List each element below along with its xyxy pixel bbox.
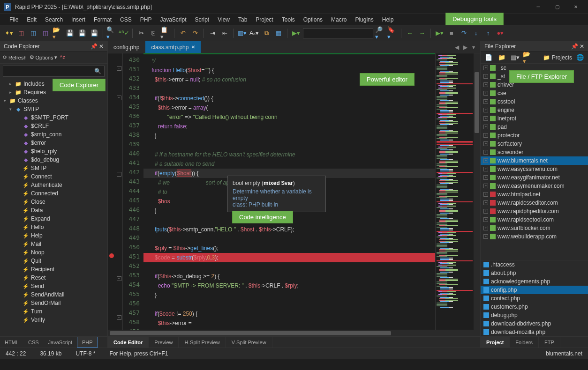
menu-php[interactable]: PHP xyxy=(136,15,156,24)
fe-view-icon[interactable]: ▥▾ xyxy=(510,52,520,63)
folder-wwwsurfblockercom[interactable]: +www.surfblocker.com xyxy=(481,224,588,232)
tree-dodebug[interactable]: ◆$do_debug xyxy=(0,155,107,164)
tree-authenticate[interactable]: ⚡Authenticate xyxy=(0,181,107,189)
lang-tab-javascript[interactable]: JavaScript xyxy=(44,337,77,348)
tab-class-smtp-php[interactable]: class.smtp.php✕ xyxy=(145,41,201,53)
debug-step-out-icon[interactable]: ↑ xyxy=(483,28,493,38)
tree-data[interactable]: ⚡Data xyxy=(0,206,107,215)
lang-tab-php[interactable]: PHP xyxy=(77,337,98,348)
tree-includes[interactable]: ▸📁Includes xyxy=(0,80,107,88)
folder-cse[interactable]: +cse xyxy=(481,89,588,97)
menu-css[interactable]: CSS xyxy=(116,15,136,24)
view-tab-v-split-preview[interactable]: V-Split Preview xyxy=(226,337,272,348)
tree-sendormail[interactable]: ⚡SendOrMail xyxy=(0,299,107,307)
save-all-icon[interactable]: 💾 xyxy=(77,28,87,38)
new-menu-icon[interactable]: ✦▾ xyxy=(4,28,14,38)
menu-plugins[interactable]: Plugins xyxy=(351,15,377,24)
pin-icon[interactable]: 📌 xyxy=(90,43,98,50)
close-panel-icon[interactable]: ✕ xyxy=(580,43,584,50)
tree-send[interactable]: ⚡Send xyxy=(0,282,107,290)
menu-tab[interactable]: Tab xyxy=(234,15,251,24)
folder-wwweasygifanimatornet[interactable]: +www.easygifanimator.net xyxy=(481,173,588,182)
tree-turn[interactable]: ⚡Turn xyxy=(0,307,107,316)
folder-wwwblumentalsnet[interactable]: +www.blumentals.net xyxy=(481,156,588,165)
folder-wwwhtmlpadnet[interactable]: +www.htmlpad.net xyxy=(481,190,588,199)
file-acknowledgementsphp[interactable]: acknowledgements.php xyxy=(481,277,588,286)
library-icon[interactable]: ▥▾ xyxy=(237,28,247,38)
debug-stop-icon[interactable]: ■ xyxy=(446,28,457,38)
tree-expand[interactable]: ⚡Expand xyxy=(0,215,107,223)
folder-st[interactable]: +_st xyxy=(481,72,588,81)
run-icon[interactable]: ▶▾ xyxy=(291,28,301,38)
spellcheck-icon[interactable]: ᴬᴮ✓ xyxy=(119,28,129,38)
toolbar-search-input[interactable] xyxy=(303,28,373,38)
close-panel-icon[interactable]: ✕ xyxy=(99,43,104,50)
goto-icon[interactable]: 🔎▾ xyxy=(375,28,385,38)
horizontal-scrollbar[interactable] xyxy=(108,330,480,336)
folder-inetprot[interactable]: +inetprot xyxy=(481,114,588,123)
file-debugphp[interactable]: debug.php xyxy=(481,311,588,319)
breakpoint-icon[interactable]: ●▾ xyxy=(495,28,505,38)
tree-smtp[interactable]: ▾◆SMTP xyxy=(0,105,107,113)
fe-tab-ftp[interactable]: FTP xyxy=(539,337,560,348)
outdent-icon[interactable]: ⇤ xyxy=(219,28,230,38)
file-customersphp[interactable]: customers.php xyxy=(481,303,588,311)
debug-step-over-icon[interactable]: ↷ xyxy=(459,28,469,38)
nav-forward-icon[interactable]: → xyxy=(417,28,427,38)
maximize-button[interactable]: ▢ xyxy=(549,1,565,13)
close-button[interactable]: ✕ xyxy=(567,1,584,13)
cut-icon[interactable]: ✂ xyxy=(136,28,146,38)
file-downloaddbdriversphp[interactable]: download-dbdrivers.php xyxy=(481,319,588,328)
folder-engine[interactable]: +engine xyxy=(481,106,588,114)
autocomplete-icon[interactable]: ⧉ xyxy=(261,28,271,38)
copy-icon[interactable]: ⎘ xyxy=(148,28,158,38)
tree-verify[interactable]: ⚡Verify xyxy=(0,316,107,324)
tree-smtpconn[interactable]: ◆$smtp_conn xyxy=(0,130,107,139)
undo-icon[interactable]: ↶ xyxy=(178,28,188,38)
menu-project[interactable]: Project xyxy=(252,15,277,24)
folder-chkver[interactable]: +chkver xyxy=(481,81,588,89)
view-tab-h-split-preview[interactable]: H-Split Preview xyxy=(179,337,226,348)
tree-hello[interactable]: ⚡Hello xyxy=(0,223,107,231)
lang-tab-css[interactable]: CSS xyxy=(23,337,44,348)
fe-new-icon[interactable]: 📄 xyxy=(483,52,494,63)
fe-tab-folders[interactable]: Folders xyxy=(510,337,539,348)
lang-tab-html[interactable]: HTML xyxy=(0,337,23,348)
open-icon[interactable]: 📂▾ xyxy=(53,28,63,38)
folder-protector[interactable]: +protector xyxy=(481,131,588,140)
tree-connect[interactable]: ⚡Connect xyxy=(0,172,107,181)
menu-search[interactable]: Search xyxy=(41,15,67,24)
tree-sendandmail[interactable]: ⚡SendAndMail xyxy=(0,290,107,299)
view-tab-code-editor[interactable]: Code Editor xyxy=(108,337,149,348)
menu-javascript[interactable]: JavaScript xyxy=(156,15,190,24)
tab-menu-icon[interactable]: ▾ xyxy=(470,44,477,51)
tab-config-php[interactable]: config.php xyxy=(108,41,145,53)
new-html-icon[interactable]: ◫ xyxy=(16,28,26,38)
indent-icon[interactable]: ⇥ xyxy=(207,28,218,38)
fe-open-icon[interactable]: 📂▾ xyxy=(523,52,533,63)
minimap[interactable] xyxy=(435,53,474,330)
paste-icon[interactable]: 📋▾ xyxy=(160,28,171,38)
tree-smtp[interactable]: ⚡SMTP xyxy=(0,164,107,172)
minimize-button[interactable]: ─ xyxy=(530,1,547,13)
folder-wwweasycssmenucom[interactable]: +www.easycssmenu.com xyxy=(481,165,588,173)
code-explorer-search-input[interactable] xyxy=(6,68,94,74)
folder-wwwrapidseotoolcom[interactable]: +www.rapidseotool.com xyxy=(481,215,588,224)
menu-view[interactable]: View xyxy=(214,15,234,24)
fe-tab-project[interactable]: Project xyxy=(481,337,510,348)
breakpoint-gutter[interactable] xyxy=(108,53,115,330)
menu-insert[interactable]: Insert xyxy=(68,15,89,24)
fe-newfolder-icon[interactable]: 📁 xyxy=(497,52,507,63)
view-tab-preview[interactable]: Preview xyxy=(149,337,179,348)
folder-wwwwebuilderappcom[interactable]: +www.webuilderapp.com xyxy=(481,232,588,241)
nav-back-icon[interactable]: ← xyxy=(405,28,415,38)
tree-requires[interactable]: ▸📁Requires xyxy=(0,88,107,96)
file-htaccess[interactable]: .htaccess xyxy=(481,260,588,269)
menu-file[interactable]: File xyxy=(6,15,22,24)
refresh-button[interactable]: ⟳ Refresh xyxy=(3,54,27,60)
tree-crlf[interactable]: ◆$CRLF xyxy=(0,122,107,130)
file-contactphp[interactable]: contact.php xyxy=(481,294,588,303)
menu-macro[interactable]: Macro xyxy=(327,15,350,24)
folder-csstool[interactable]: +csstool xyxy=(481,97,588,106)
folder-pad[interactable]: +pad xyxy=(481,123,588,131)
